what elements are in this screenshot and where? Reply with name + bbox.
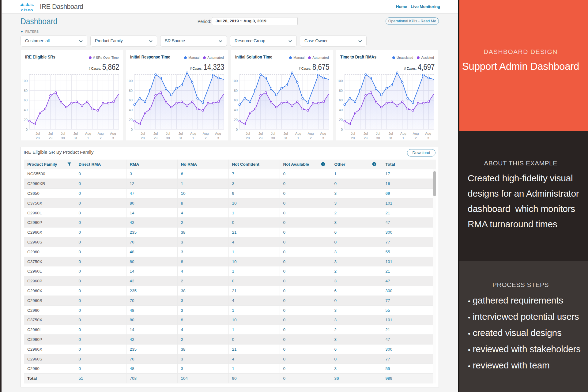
- svg-text:30: 30: [166, 136, 170, 140]
- svg-text:0: 0: [25, 128, 27, 131]
- svg-text:30: 30: [376, 136, 380, 140]
- svg-text:30: 30: [61, 136, 65, 140]
- svg-text:28: 28: [36, 136, 40, 140]
- svg-text:0: 0: [130, 128, 132, 131]
- svg-text:Jul: Jul: [178, 132, 183, 135]
- svg-text:1: 1: [297, 136, 299, 140]
- svg-text:28: 28: [351, 136, 355, 140]
- svg-text:31: 31: [179, 136, 182, 140]
- svg-text:3: 3: [217, 136, 219, 140]
- svg-text:100: 100: [22, 79, 27, 83]
- svg-text:3: 3: [112, 136, 114, 140]
- svg-text:Jul: Jul: [271, 132, 275, 135]
- svg-text:80: 80: [339, 89, 343, 92]
- svg-text:2: 2: [205, 136, 206, 140]
- svg-text:0: 0: [341, 128, 343, 131]
- svg-text:Aug: Aug: [202, 132, 209, 135]
- svg-text:Jul: Jul: [153, 132, 158, 135]
- svg-text:40: 40: [339, 108, 343, 112]
- svg-text:40: 40: [234, 108, 237, 112]
- svg-text:Aug: Aug: [190, 132, 196, 135]
- svg-text:Aug: Aug: [425, 132, 431, 135]
- svg-text:Aug: Aug: [400, 132, 406, 135]
- svg-text:3: 3: [322, 136, 324, 140]
- svg-text:Aug: Aug: [85, 132, 91, 135]
- svg-text:60: 60: [129, 98, 132, 102]
- svg-text:cisco: cisco: [21, 8, 33, 12]
- svg-text:Jul: Jul: [36, 132, 40, 135]
- svg-text:40: 40: [129, 108, 132, 112]
- svg-text:0: 0: [236, 128, 237, 131]
- svg-text:Jul: Jul: [258, 132, 263, 135]
- svg-text:Jul: Jul: [283, 132, 288, 135]
- svg-text:2: 2: [100, 136, 101, 140]
- svg-text:40: 40: [24, 108, 27, 112]
- svg-text:80: 80: [234, 89, 237, 92]
- svg-text:28: 28: [141, 136, 145, 140]
- svg-text:1: 1: [192, 136, 194, 140]
- svg-text:3: 3: [427, 136, 429, 140]
- svg-text:Jul: Jul: [376, 132, 380, 135]
- svg-text:Jul: Jul: [246, 132, 250, 135]
- svg-text:1: 1: [87, 136, 89, 140]
- svg-text:Aug: Aug: [97, 132, 104, 135]
- svg-text:28: 28: [246, 136, 250, 140]
- svg-text:20: 20: [24, 118, 27, 122]
- svg-text:20: 20: [129, 118, 132, 122]
- svg-text:60: 60: [24, 98, 27, 102]
- svg-text:Aug: Aug: [413, 132, 419, 135]
- svg-text:1: 1: [402, 136, 404, 140]
- svg-text:Jul: Jul: [73, 132, 77, 135]
- svg-text:Jul: Jul: [389, 132, 393, 135]
- svg-text:Aug: Aug: [215, 132, 221, 135]
- svg-text:Jul: Jul: [364, 132, 368, 135]
- svg-text:Aug: Aug: [295, 132, 301, 135]
- svg-text:2: 2: [415, 136, 417, 140]
- svg-text:60: 60: [234, 98, 237, 102]
- svg-text:Aug: Aug: [110, 132, 116, 135]
- svg-text:Aug: Aug: [320, 132, 326, 135]
- svg-text:Jul: Jul: [61, 132, 65, 135]
- svg-text:100: 100: [127, 79, 132, 83]
- svg-text:Jul: Jul: [351, 132, 355, 135]
- svg-text:29: 29: [364, 136, 368, 140]
- svg-text:29: 29: [153, 136, 157, 140]
- svg-text:100: 100: [232, 79, 237, 83]
- svg-text:20: 20: [339, 118, 343, 122]
- svg-text:29: 29: [258, 136, 262, 140]
- svg-text:80: 80: [129, 89, 132, 92]
- svg-text:31: 31: [389, 136, 393, 140]
- svg-text:Jul: Jul: [48, 132, 53, 135]
- svg-text:Aug: Aug: [307, 132, 314, 135]
- svg-text:29: 29: [48, 136, 52, 140]
- svg-text:31: 31: [284, 136, 287, 140]
- svg-text:30: 30: [271, 136, 275, 140]
- svg-text:60: 60: [339, 98, 343, 102]
- svg-text:20: 20: [234, 118, 237, 122]
- svg-text:Jul: Jul: [141, 132, 145, 135]
- svg-text:2: 2: [310, 136, 311, 140]
- svg-text:Jul: Jul: [166, 132, 170, 135]
- svg-text:100: 100: [337, 79, 343, 83]
- svg-text:80: 80: [24, 89, 27, 92]
- svg-text:31: 31: [74, 136, 77, 140]
